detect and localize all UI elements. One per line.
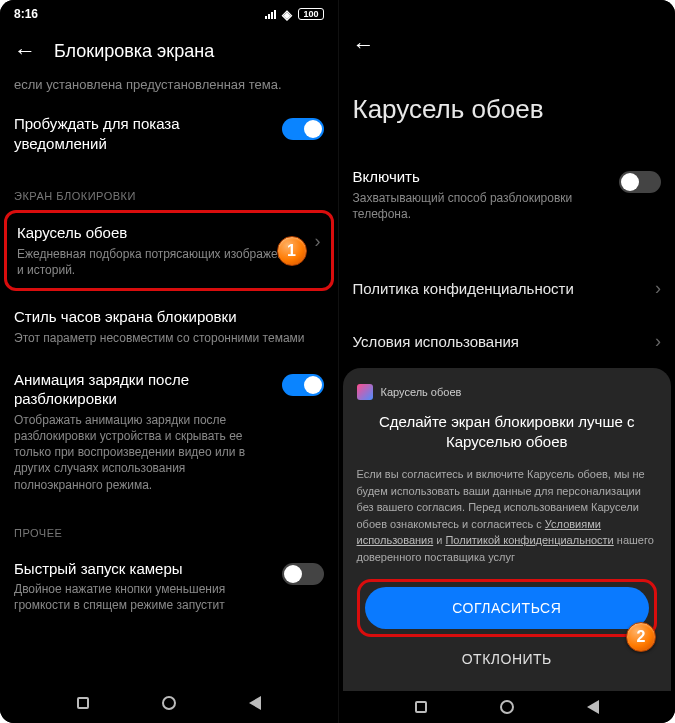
nav-back-icon[interactable] xyxy=(249,696,261,710)
terms-row[interactable]: Условия использования › xyxy=(339,315,676,368)
charging-title: Анимация зарядки после разблокировки xyxy=(14,370,270,409)
wake-toggle[interactable] xyxy=(282,118,324,140)
sheet-header: Карусель обоев xyxy=(357,384,658,400)
enable-toggle[interactable] xyxy=(619,171,661,193)
annotation-badge-1: 1 xyxy=(277,236,307,266)
phone-screen-left: 8:16 ◈ 100 ← Блокировка экрана если уста… xyxy=(0,0,338,723)
camera-toggle[interactable] xyxy=(282,563,324,585)
agree-button[interactable]: СОГЛАСИТЬСЯ xyxy=(365,587,650,629)
enable-row[interactable]: Включить Захватывающий способ разблокиро… xyxy=(339,153,676,236)
back-button[interactable]: ← xyxy=(14,38,36,64)
camera-title: Быстрый запуск камеры xyxy=(14,559,270,579)
camera-launch-row[interactable]: Быстрый запуск камеры Двойное нажатие кн… xyxy=(14,547,324,626)
charging-animation-row[interactable]: Анимация зарядки после разблокировки Ото… xyxy=(14,358,324,505)
header: ← Блокировка экрана xyxy=(0,28,338,76)
chevron-right-icon: › xyxy=(655,331,661,352)
privacy-link[interactable]: Политикой конфиденциальности xyxy=(445,534,613,546)
back-button[interactable]: ← xyxy=(353,32,375,58)
page-title-large: Карусель обоев xyxy=(339,70,676,153)
clock-subtitle: Этот параметр несовместим со сторонними … xyxy=(14,330,324,346)
header-right: ← xyxy=(339,22,676,70)
terms-label: Условия использования xyxy=(353,333,520,350)
nav-bar xyxy=(0,683,338,723)
status-time: 8:16 xyxy=(14,7,38,21)
enable-title: Включить xyxy=(353,167,620,187)
section-other: ПРОЧЕЕ xyxy=(14,527,324,539)
truncated-prev-text: если установлена предустановленная тема. xyxy=(14,76,324,94)
sheet-app-name: Карусель обоев xyxy=(381,386,462,398)
consent-bottom-sheet: Карусель обоев Сделайте экран блокировки… xyxy=(343,368,672,692)
enable-subtitle: Захватывающий способ разблокировки телеф… xyxy=(353,190,620,222)
wifi-icon: ◈ xyxy=(282,7,292,22)
privacy-policy-row[interactable]: Политика конфиденциальности › xyxy=(339,262,676,315)
sheet-title: Сделайте экран блокировки лучше с Карусе… xyxy=(357,412,658,453)
carousel-app-icon xyxy=(357,384,373,400)
charging-toggle[interactable] xyxy=(282,374,324,396)
status-bar: 8:16 ◈ 100 xyxy=(0,0,338,28)
clock-style-row[interactable]: Стиль часов экрана блокировки Этот парам… xyxy=(14,295,324,358)
wake-title: Пробуждать для показа уведомлений xyxy=(14,114,270,153)
nav-recents-icon[interactable] xyxy=(415,701,427,713)
camera-subtitle: Двойное нажатие кнопки уменьшения громко… xyxy=(14,581,270,613)
signal-icon xyxy=(265,10,276,19)
nav-home-icon[interactable] xyxy=(500,700,514,714)
highlight-agree: СОГЛАСИТЬСЯ 2 xyxy=(357,579,658,637)
nav-bar-right xyxy=(339,691,676,723)
carousel-row[interactable]: Карусель обоев Ежедневная подборка потря… xyxy=(17,221,321,280)
charging-subtitle: Отображать анимацию зарядки после разбло… xyxy=(14,412,270,493)
phone-screen-right: ← Карусель обоев Включить Захватывающий … xyxy=(338,0,676,723)
section-lockscreen: ЭКРАН БЛОКИРОВКИ xyxy=(14,190,324,202)
nav-recents-icon[interactable] xyxy=(77,697,89,709)
nav-back-icon[interactable] xyxy=(587,700,599,714)
nav-home-icon[interactable] xyxy=(162,696,176,710)
content-area: если установлена предустановленная тема.… xyxy=(0,76,338,683)
chevron-right-icon: › xyxy=(655,278,661,299)
carousel-subtitle: Ежедневная подборка потрясающих изображе… xyxy=(17,246,303,278)
right-content: Включить Захватывающий способ разблокиро… xyxy=(339,153,676,691)
wake-notifications-row[interactable]: Пробуждать для показа уведомлений xyxy=(14,102,324,168)
decline-button[interactable]: ОТКЛОНИТЬ xyxy=(357,637,658,681)
carousel-title: Карусель обоев xyxy=(17,223,303,243)
status-right: ◈ 100 xyxy=(265,7,323,22)
battery-icon: 100 xyxy=(298,8,323,20)
privacy-label: Политика конфиденциальности xyxy=(353,280,574,297)
page-title: Блокировка экрана xyxy=(54,41,214,62)
highlight-carousel: Карусель обоев Ежедневная подборка потря… xyxy=(4,210,334,291)
clock-title: Стиль часов экрана блокировки xyxy=(14,307,324,327)
chevron-right-icon: › xyxy=(315,231,321,252)
sheet-body: Если вы согласитесь и включите Карусель … xyxy=(357,466,658,565)
